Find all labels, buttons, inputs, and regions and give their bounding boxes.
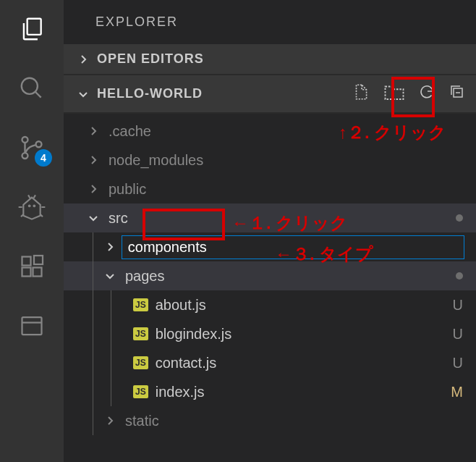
chevron-right-icon <box>87 154 100 166</box>
new-folder-icon[interactable] <box>383 83 405 105</box>
svg-rect-10 <box>33 268 42 277</box>
folder-label: pages <box>125 268 165 285</box>
explorer-icon[interactable] <box>16 13 48 45</box>
project-name: HELLO-WORLD <box>97 86 203 101</box>
new-file-icon[interactable] <box>352 83 370 105</box>
refresh-icon[interactable] <box>418 83 435 104</box>
file-index[interactable]: JS index.js M <box>64 377 476 406</box>
project-actions <box>352 83 466 105</box>
chevron-down-icon <box>103 270 116 282</box>
git-status-untracked: U <box>453 326 463 343</box>
folder-label: .cache <box>109 123 151 140</box>
chevron-down-icon <box>77 88 90 100</box>
folder-node-modules[interactable]: node_modules <box>64 146 476 175</box>
project-header[interactable]: HELLO-WORLD <box>64 75 476 114</box>
activity-bar: 4 <box>0 0 64 462</box>
open-editors-header[interactable]: OPEN EDITORS <box>64 44 476 75</box>
modified-dot-icon <box>456 214 463 222</box>
svg-rect-0 <box>27 19 41 35</box>
explorer-sidebar: EXPLORER OPEN EDITORS HELLO-WORLD <box>64 0 476 462</box>
folder-cache[interactable]: .cache <box>64 117 476 146</box>
file-label: contact.js <box>156 355 216 371</box>
folder-public[interactable]: public <box>64 175 476 203</box>
svg-point-4 <box>22 153 28 159</box>
folder-label: public <box>109 181 146 198</box>
file-label: about.js <box>156 297 206 314</box>
folder-label: src <box>109 210 128 227</box>
file-contact[interactable]: JS contact.js U <box>64 348 476 377</box>
new-folder-input[interactable] <box>122 235 464 259</box>
open-editors-label: OPEN EDITORS <box>97 51 204 67</box>
panel-icon[interactable] <box>16 310 48 342</box>
explorer-title: EXPLORER <box>64 0 476 44</box>
folder-src[interactable]: src <box>64 203 476 232</box>
svg-rect-9 <box>22 268 31 277</box>
svg-rect-8 <box>22 257 31 266</box>
js-file-icon: JS <box>133 298 148 311</box>
chevron-right-icon <box>77 54 90 65</box>
chevron-right-icon <box>103 241 116 253</box>
folder-static[interactable]: static <box>64 406 476 435</box>
file-label: index.js <box>156 384 205 400</box>
debug-icon[interactable] <box>16 191 48 223</box>
svg-point-6 <box>29 206 30 207</box>
file-blogindex[interactable]: JS blogindex.js U <box>64 319 476 348</box>
file-about[interactable]: JS about.js U <box>64 290 476 319</box>
js-file-icon: JS <box>133 327 148 340</box>
svg-rect-11 <box>34 256 43 264</box>
collapse-all-icon[interactable] <box>449 83 466 104</box>
svg-point-7 <box>34 206 35 207</box>
folder-pages[interactable]: pages <box>64 261 476 290</box>
svg-rect-12 <box>22 317 42 335</box>
js-file-icon: JS <box>133 385 148 398</box>
search-icon[interactable] <box>16 72 48 104</box>
new-folder-input-row <box>64 232 476 261</box>
chevron-right-icon <box>87 183 100 195</box>
git-status-untracked: U <box>453 297 463 314</box>
git-status-untracked: U <box>453 355 463 371</box>
folder-label: node_modules <box>109 152 203 169</box>
git-status-modified: M <box>451 384 463 400</box>
chevron-down-icon <box>87 212 100 224</box>
svg-point-3 <box>22 137 28 143</box>
folder-label: static <box>125 413 159 429</box>
chevron-right-icon <box>87 125 100 137</box>
svg-point-1 <box>22 78 38 94</box>
svg-line-2 <box>35 92 41 98</box>
chevron-right-icon <box>103 415 116 427</box>
file-label: blogindex.js <box>156 326 232 343</box>
file-tree: .cache node_modules public src <box>64 114 476 435</box>
js-file-icon: JS <box>133 356 148 369</box>
scm-badge: 4 <box>35 149 52 167</box>
source-control-icon[interactable]: 4 <box>16 132 48 164</box>
svg-point-5 <box>36 141 42 147</box>
modified-dot-icon <box>456 272 463 280</box>
extensions-icon[interactable] <box>16 251 48 282</box>
